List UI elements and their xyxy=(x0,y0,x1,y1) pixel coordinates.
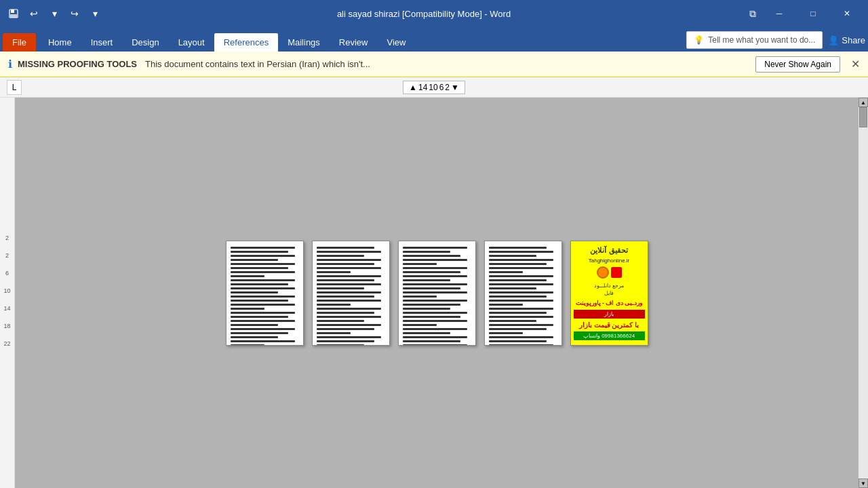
minimize-button[interactable]: ─ xyxy=(764,0,795,27)
text-line xyxy=(317,312,375,314)
document-title: ali sayad shirazi [Compatibility Mode] -… xyxy=(103,9,745,19)
share-button[interactable]: 👤 Share xyxy=(828,35,865,45)
text-line xyxy=(489,271,524,273)
tab-view[interactable]: View xyxy=(377,33,415,52)
text-line xyxy=(231,283,289,285)
ad-phone-bar: 09981366624 واتساپ xyxy=(574,331,645,340)
text-line xyxy=(317,308,382,310)
notification-close-icon[interactable]: ✕ xyxy=(851,58,860,70)
text-line xyxy=(317,255,365,257)
text-line xyxy=(403,308,451,310)
text-line xyxy=(489,279,547,281)
text-line xyxy=(231,296,296,298)
ruler-up-icon: ▲ xyxy=(409,83,417,92)
tab-references[interactable]: References xyxy=(214,33,278,52)
vruler-2a: 2 xyxy=(5,235,9,241)
tab-home[interactable]: Home xyxy=(39,33,81,52)
text-line xyxy=(403,332,451,334)
text-line xyxy=(317,271,351,273)
text-line xyxy=(231,312,296,314)
tab-file[interactable]: File xyxy=(3,33,36,52)
text-line xyxy=(403,291,468,293)
scroll-thumb[interactable] xyxy=(859,107,867,127)
text-line xyxy=(403,336,468,338)
text-line xyxy=(489,316,554,318)
restore-down-icon[interactable]: ⧉ xyxy=(745,5,761,22)
ribbon-tab-bar: File Home Insert Design Layout Reference… xyxy=(0,27,868,52)
text-line xyxy=(403,247,468,249)
vruler-2b: 2 xyxy=(5,252,9,259)
text-line xyxy=(231,344,265,346)
text-line xyxy=(403,283,468,285)
text-line xyxy=(317,304,351,306)
text-line xyxy=(231,324,279,326)
scroll-up-button[interactable]: ▲ xyxy=(859,98,868,107)
undo-dropdown-icon[interactable]: ▾ xyxy=(46,5,62,22)
undo-icon[interactable]: ↩ xyxy=(26,5,42,22)
svg-rect-1 xyxy=(11,9,14,13)
text-line xyxy=(231,308,265,310)
text-line xyxy=(403,344,468,346)
share-icon: 👤 xyxy=(828,35,839,45)
maximize-button[interactable]: □ xyxy=(797,0,829,27)
vruler-10: 10 xyxy=(3,287,10,294)
text-line xyxy=(489,304,524,306)
page-5-ad: تحقیق آنلاین Tahghighonline.ir مرجع دانل… xyxy=(570,241,648,346)
text-line xyxy=(317,267,382,269)
text-line xyxy=(231,332,289,334)
ruler-l-marker[interactable]: L xyxy=(7,80,22,95)
page-4 xyxy=(484,241,562,346)
text-line xyxy=(231,259,279,261)
notification-bar: ℹ MISSING PROOFING TOOLS This document c… xyxy=(0,52,868,77)
text-line xyxy=(489,275,554,277)
text-line xyxy=(403,300,468,302)
tab-review[interactable]: Review xyxy=(330,33,378,52)
vertical-ruler: 2 2 6 10 14 18 22 xyxy=(0,98,15,488)
text-line xyxy=(403,304,461,306)
text-line xyxy=(489,287,537,289)
tell-me-input[interactable]: 💡 Tell me what you want to do... xyxy=(686,31,823,49)
title-bar: ↩ ▾ ↪ ▾ ali sayad shirazi [Compatibility… xyxy=(0,0,868,27)
ad-subtitle: مرجع دانلـــود xyxy=(594,282,624,289)
ruler-num-10: 10 xyxy=(429,83,437,92)
text-line xyxy=(231,279,296,281)
text-line xyxy=(489,251,554,253)
text-line xyxy=(317,324,382,326)
never-show-again-button[interactable]: Never Show Again xyxy=(755,56,840,73)
text-line xyxy=(403,279,451,281)
text-line xyxy=(403,263,437,265)
ad-phone-number: 09981366624 xyxy=(601,333,635,339)
scroll-down-button[interactable]: ▼ xyxy=(859,479,868,488)
tab-layout[interactable]: Layout xyxy=(169,33,214,52)
text-line xyxy=(231,316,289,318)
text-line xyxy=(231,320,296,322)
text-line xyxy=(489,324,554,326)
tell-me-text: Tell me what you want to do... xyxy=(708,35,815,45)
tab-design[interactable]: Design xyxy=(122,33,168,52)
text-line xyxy=(403,296,437,298)
tab-mailings[interactable]: Mailings xyxy=(278,33,330,52)
text-line xyxy=(489,255,537,257)
share-label: Share xyxy=(842,35,865,45)
tab-insert[interactable]: Insert xyxy=(81,33,123,52)
ad-icons-row xyxy=(597,266,622,279)
vruler-18: 18 xyxy=(3,323,10,329)
ribbon-right: 💡 Tell me what you want to do... 👤 Share xyxy=(686,31,865,52)
customize-icon[interactable]: ▾ xyxy=(87,5,103,22)
text-line xyxy=(489,340,547,342)
ad-box-icon xyxy=(611,267,622,278)
close-button[interactable]: ✕ xyxy=(831,0,863,27)
page-2 xyxy=(312,241,390,346)
ad-circle-icon xyxy=(597,266,609,279)
text-line xyxy=(317,275,382,277)
text-line xyxy=(489,247,547,249)
scroll-track xyxy=(859,107,868,479)
vertical-scrollbar[interactable]: ▲ ▼ xyxy=(859,98,868,488)
text-line xyxy=(317,263,375,265)
text-line xyxy=(403,259,468,261)
text-line xyxy=(489,332,524,334)
save-icon[interactable] xyxy=(5,5,22,22)
redo-icon[interactable]: ↪ xyxy=(66,5,83,22)
main-area: 2 2 6 10 14 18 22 xyxy=(0,98,868,488)
vertical-ruler-numbers: 2 2 6 10 14 18 22 xyxy=(3,235,10,347)
